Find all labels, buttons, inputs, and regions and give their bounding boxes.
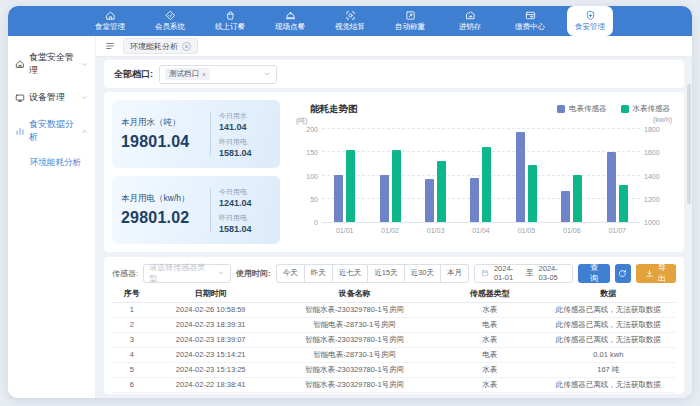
chart-plot-area: (吨) (kw/h) 050100150200 1000120014001600… [292,116,676,244]
stall-tag-label: 测试档口 [169,69,199,79]
range-button-1[interactable]: 昨天 [305,264,333,283]
overview-card: 本月用水（吨）19801.04今日用水141.04昨日用电1581.04本月用电… [104,92,684,252]
nav-item-label: 线上订餐 [215,22,245,32]
nav-item-member-system[interactable]: 会员系统 [147,6,193,36]
stat-sub: 今日用水141.04昨日用电1581.04 [219,111,271,158]
query-row: 传感器: 请选择传感器类型 使用时间: 今天昨天近七天近15天近30天本月 [112,261,676,285]
table-cell: 智能水表-230329780-1号房间 [270,332,439,347]
nav-item-inventory[interactable]: 进销存 [447,6,493,36]
tab-close-icon[interactable]: × [182,42,191,51]
table-cell: 5 [112,362,151,377]
range-button-5[interactable]: 本月 [441,264,469,283]
stat-value: 19801.04 [121,133,202,151]
tab-label: 环境能耗分析 [130,41,178,52]
sidebar-item-data-analysis[interactable]: 食安数据分析 [8,111,95,151]
range-button-4[interactable]: 近30天 [405,264,441,283]
bar-水表传感器 [437,161,446,222]
range-button-2[interactable]: 近七天 [333,264,369,283]
bar-水表传感器 [392,150,401,222]
export-button[interactable]: 导出 [636,264,676,283]
stat-sub-pair: 今日用水141.04 [219,111,271,132]
nav-item-canteen-manage[interactable]: 食堂管理 [87,6,133,36]
food-safety-icon [585,10,596,21]
legend-label: 电表传感器 [569,104,607,114]
table-row[interactable]: 22024-02-23 18:39:31智能电表-28730-1号房间电表此传感… [112,317,676,332]
x-axis-tick: 01/07 [595,227,640,234]
table-body: 12024-02-26 10:58:59智能水表-230329780-1号房间水… [112,302,676,392]
bar-水表传感器 [482,147,491,222]
table-cell: 6 [112,377,151,392]
top-nav: 食堂管理会员系统线上订餐现场点餐视觉结算自动称重进销存缴费中心食安管理 [8,6,692,36]
legend-swatch [557,105,565,113]
x-axis-tick: 01/03 [413,227,458,234]
sensor-select[interactable]: 请选择传感器类型 [143,264,231,283]
search-button[interactable]: 查 询 [578,264,610,283]
table-cell: 2024-02-23 18:39:07 [151,332,269,347]
table-row[interactable]: 52024-02-23 15:13:25智能水表-230329780-1号房间水… [112,362,676,377]
nav-item-food-safety[interactable]: 食安管理 [567,6,613,36]
table-cell: 电表 [439,347,541,362]
table-cell: 水表 [439,332,541,347]
bar-group [504,129,549,222]
nav-item-onsite-order[interactable]: 现场点餐 [267,6,313,36]
table-cell: 此传感器已离线，无法获取数据 [541,377,676,392]
right-axis-tick: 1000 [644,219,672,226]
table-row[interactable]: 12024-02-26 10:58:59智能水表-230329780-1号房间水… [112,302,676,317]
table-cell: 水表 [439,362,541,377]
table-cell: 2 [112,317,151,332]
table-header-cell: 数据 [541,285,676,302]
range-button-3[interactable]: 近15天 [368,264,404,283]
x-axis-tick: 01/01 [322,227,367,234]
table-cell: 智能水表-230329780-1号房间 [270,362,439,377]
table-cell: 水表 [439,302,541,317]
stat-sub-value: 1241.04 [219,198,271,208]
chart-bars [322,129,640,222]
table-row[interactable]: 32024-02-23 18:39:07智能水表-230329780-1号房间水… [112,332,676,347]
sidebar-item-label: 食安数据分析 [29,118,77,144]
sidebar-subitem-env-energy[interactable]: 环境能耗分析 [8,151,95,175]
main-content: 环境能耗分析 × 全部档口: 测试档口 × [96,36,692,398]
sidebar: 食堂安全管理设备管理食安数据分析环境能耗分析 [8,36,96,398]
legend-item[interactable]: 水表传感器 [621,104,671,114]
table-row[interactable]: 62024-02-22 18:38:41智能水表-230329780-1号房间水… [112,377,676,392]
nav-item-label: 缴费中心 [515,22,545,32]
range-button-0[interactable]: 今天 [276,264,305,283]
nav-item-online-order[interactable]: 线上订餐 [207,6,253,36]
data-analysis-icon [15,126,25,136]
onsite-order-icon [285,10,296,21]
date-range-picker[interactable]: 2024-01-01 至 2024-03-05 [474,264,573,283]
stat-card-month-water: 本月用水（吨）19801.04今日用水141.04昨日用电1581.04 [112,100,280,168]
sidebar-item-canteen-safety[interactable]: 食堂安全管理 [8,44,95,84]
sidebar-item-device-manage[interactable]: 设备管理 [8,84,95,111]
table-cell: 3 [112,332,151,347]
right-axis-tick: 1400 [644,172,672,179]
canteen-manage-icon [105,10,116,21]
tag-close-icon[interactable]: × [202,71,206,78]
tab-env-energy[interactable]: 环境能耗分析 × [123,38,198,54]
member-system-icon [165,10,176,21]
stat-main: 本月用水（吨）19801.04 [121,117,202,151]
table-row[interactable]: 42024-02-23 15:14:21智能电表-28730-1号房间电表0.0… [112,347,676,362]
table-cell: 2024-02-23 18:39:31 [151,317,269,332]
chart-plot: 050100150200 10001200140016001800 [322,129,640,223]
nav-item-payment-center[interactable]: 缴费中心 [507,6,553,36]
nav-item-vision-checkout[interactable]: 视觉结算 [327,6,373,36]
nav-item-auto-weigh[interactable]: 自动称重 [387,6,433,36]
nav-item-label: 视觉结算 [335,22,365,32]
records-card: 传感器: 请选择传感器类型 使用时间: 今天昨天近七天近15天近30天本月 [104,257,684,394]
menu-collapse-icon[interactable] [105,41,115,51]
tab-strip: 环境能耗分析 × [96,36,692,57]
stall-select[interactable]: 测试档口 × [159,65,277,84]
online-order-icon [225,10,236,21]
table-header-cell: 序号 [112,285,151,302]
bar-group [458,129,503,222]
legend-item[interactable]: 电表传感器 [557,104,607,114]
table-cell: 2024-02-26 10:58:59 [151,302,269,317]
scrollbar-thumb[interactable] [687,84,691,204]
bar-group [322,129,367,222]
left-axis-unit: (吨) [296,116,308,126]
refresh-button[interactable] [615,264,631,283]
quick-range-group: 今天昨天近七天近15天近30天本月 [276,264,469,283]
x-axis-tick: 01/06 [549,227,594,234]
bar-电表传感器 [607,152,616,222]
